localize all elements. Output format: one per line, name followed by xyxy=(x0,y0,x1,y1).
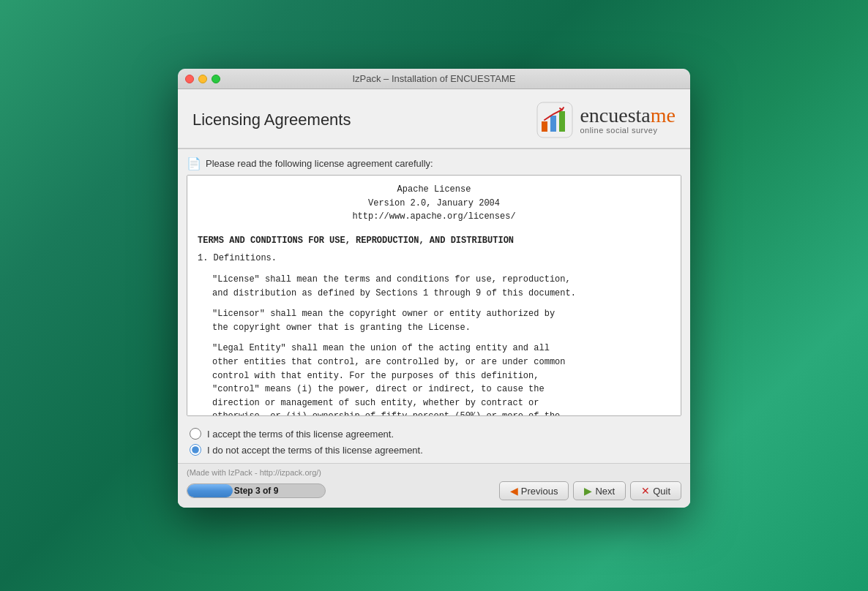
quit-icon: ✕ xyxy=(641,485,650,497)
svg-rect-1 xyxy=(542,121,547,132)
window-content: Licensing Agreements encuestame xyxy=(178,89,690,508)
previous-icon: ◀ xyxy=(510,485,518,497)
progress-label: Step 3 of 9 xyxy=(187,484,325,497)
next-icon: ▶ xyxy=(584,485,592,497)
next-button[interactable]: ▶ Next xyxy=(573,481,626,500)
footer: (Made with IzPack - http://izpack.org/) … xyxy=(178,463,690,508)
maximize-button[interactable] xyxy=(212,75,220,83)
terms-title: TERMS AND CONDITIONS FOR USE, REPRODUCTI… xyxy=(198,234,670,248)
section-1-p1: "License" shall mean the terms and condi… xyxy=(198,273,670,300)
license-text-box[interactable]: Apache License Version 2.0, January 2004… xyxy=(187,175,681,416)
license-prompt: 📄 Please read the following license agre… xyxy=(187,155,681,172)
traffic-lights xyxy=(185,75,220,83)
installer-window: IzPack – Installation of ENCUESTAME Lice… xyxy=(178,69,690,508)
svg-rect-3 xyxy=(559,111,565,132)
progress-bar-wrap: Step 3 of 9 xyxy=(187,483,326,498)
license-area: 📄 Please read the following license agre… xyxy=(178,149,690,422)
section-1-p2: "Licensor" shall mean the copyright owne… xyxy=(198,307,670,334)
logo-brand-main: encuesta xyxy=(580,104,650,127)
header: Licensing Agreements encuestame xyxy=(178,89,690,148)
quit-button[interactable]: ✕ Quit xyxy=(630,481,681,500)
license-url: http://www.apache.org/licenses/ xyxy=(198,210,670,224)
made-with-label: (Made with IzPack - http://izpack.org/) xyxy=(187,468,681,477)
section-1-header: 1. Definitions. xyxy=(198,252,670,266)
license-body: TERMS AND CONDITIONS FOR USE, REPRODUCTI… xyxy=(198,234,670,416)
section-1-p3: "Legal Entity" shall mean the union of t… xyxy=(198,342,670,416)
minimize-button[interactable] xyxy=(198,75,207,83)
accept-radio-label[interactable]: I accept the terms of this license agree… xyxy=(190,428,678,440)
logo-icon xyxy=(536,101,574,139)
logo-brand: encuestame xyxy=(580,105,676,126)
progress-container: Step 3 of 9 xyxy=(187,483,490,498)
accept-radio[interactable] xyxy=(190,428,201,440)
decline-radio-label[interactable]: I do not accept the terms of this licens… xyxy=(190,444,678,456)
quit-label: Quit xyxy=(653,486,670,497)
previous-button[interactable]: ◀ Previous xyxy=(499,481,569,500)
document-icon: 📄 xyxy=(187,157,201,170)
accept-radio-text: I accept the terms of this license agree… xyxy=(207,429,394,440)
decline-radio[interactable] xyxy=(190,444,201,456)
logo-area: encuestame online social survey xyxy=(536,101,676,139)
page-title: Licensing Agreements xyxy=(192,110,351,129)
logo-tagline: online social survey xyxy=(580,126,657,135)
footer-controls: Step 3 of 9 ◀ Previous ▶ Next ✕ Quit xyxy=(187,481,681,500)
logo-brand-accent: me xyxy=(651,104,676,127)
license-title-block: Apache License Version 2.0, January 2004… xyxy=(198,183,670,224)
previous-label: Previous xyxy=(521,486,558,497)
license-version: Version 2.0, January 2004 xyxy=(198,197,670,211)
license-title: Apache License xyxy=(198,183,670,197)
window-title: IzPack – Installation of ENCUESTAME xyxy=(352,73,515,84)
close-button[interactable] xyxy=(185,75,194,83)
logo-text-area: encuestame online social survey xyxy=(580,105,676,135)
svg-rect-2 xyxy=(550,116,556,132)
next-label: Next xyxy=(595,486,615,497)
nav-buttons: ◀ Previous ▶ Next ✕ Quit xyxy=(499,481,681,500)
titlebar: IzPack – Installation of ENCUESTAME xyxy=(178,69,690,89)
license-prompt-text: Please read the following license agreem… xyxy=(206,158,433,169)
decline-radio-text: I do not accept the terms of this licens… xyxy=(207,445,423,456)
radio-area: I accept the terms of this license agree… xyxy=(178,422,690,463)
